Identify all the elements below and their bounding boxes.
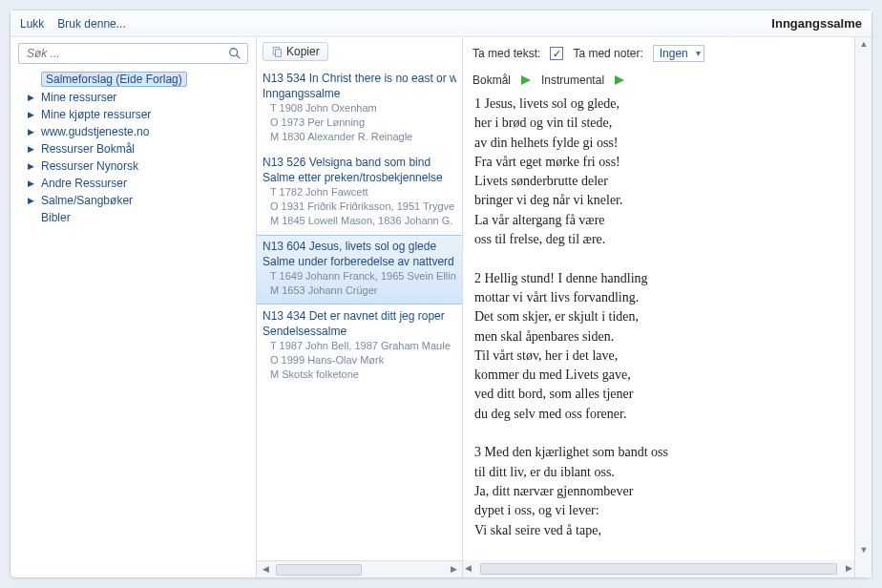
preview-panel: Ta med tekst: ✓ Ta med noter: Ingen Bokm…	[463, 37, 872, 578]
copy-label: Kopier	[286, 45, 320, 58]
tree-item-bibler[interactable]: Bibler	[24, 209, 248, 226]
tree-item[interactable]: ▶www.gudstjeneste.no	[24, 123, 248, 140]
song-meta: M 1845 Lowell Mason, 1836 Johann G. Näge	[262, 214, 456, 228]
scroll-thumb[interactable]	[276, 564, 362, 576]
scroll-right-icon[interactable]: ▶	[846, 563, 852, 573]
song-list[interactable]: N13 534 In Christ there is no east or wI…	[257, 67, 462, 560]
song-meta: M 1830 Alexander R. Reinagle	[262, 130, 456, 144]
with-notes-label: Ta med noter:	[573, 47, 642, 60]
play-instrumental-icon[interactable]	[614, 74, 625, 86]
song-category: Salme under forberedelse av nattverd	[262, 254, 456, 269]
tree-item-label: Andre Ressurser	[41, 177, 127, 190]
tree-item-label: Salmeforslag (Eide Forlag)	[41, 72, 187, 87]
expand-icon[interactable]: ▶	[28, 178, 37, 188]
scroll-up-icon[interactable]: ▲	[858, 39, 870, 52]
notes-dropdown[interactable]: Ingen	[653, 45, 704, 62]
tree-item-label: Ressurser Bokmål	[41, 142, 135, 156]
tree-item[interactable]: ▶Mine kjøpte ressurser	[24, 106, 248, 123]
song-list-panel: Kopier N13 534 In Christ there is no eas…	[257, 37, 463, 578]
tree-item[interactable]: ▶Ressurser Bokmål	[24, 140, 248, 158]
song-list-hscroll[interactable]: ◀ ▶	[257, 560, 462, 578]
tree-item[interactable]: ▶Ressurser Nynorsk	[24, 158, 248, 175]
expand-icon[interactable]: ▶	[28, 161, 37, 171]
menu-use-this[interactable]: Bruk denne...	[57, 17, 125, 31]
expand-icon[interactable]: ▶	[28, 196, 37, 205]
song-category: Salme etter preken/trosbekjennelse	[262, 170, 456, 185]
search-input[interactable]	[25, 46, 228, 61]
preview-vscroll[interactable]: ▲ ▼	[854, 37, 872, 578]
song-meta: O 1999 Hans-Olav Mørk	[262, 353, 456, 368]
play-bokmal-icon[interactable]	[520, 74, 532, 86]
song-title: N13 434 Det er navnet ditt jeg roper	[262, 308, 456, 324]
tree-item-label: www.gudstjeneste.no	[41, 125, 149, 138]
tree-item-label: Mine ressurser	[41, 91, 116, 104]
song-item[interactable]: N13 434 Det er navnet ditt jeg roperSend…	[257, 304, 462, 388]
with-text-checkbox[interactable]: ✓	[550, 47, 563, 60]
song-meta: O 1973 Per Lønning	[262, 116, 456, 130]
expand-icon[interactable]: ▶	[28, 144, 37, 154]
svg-point-0	[230, 49, 238, 56]
song-meta: T 1908 John Oxenham	[262, 101, 456, 116]
tree-item-label: Bibler	[41, 211, 71, 224]
song-title: N13 604 Jesus, livets sol og glede	[262, 239, 456, 254]
tree-item-label: Mine kjøpte ressurser	[41, 108, 151, 121]
svg-marker-5	[615, 75, 624, 85]
song-list-toolbar: Kopier	[257, 37, 462, 67]
song-title: N13 526 Velsigna band som bind	[262, 155, 456, 170]
song-item[interactable]: N13 534 In Christ there is no east or wI…	[257, 67, 462, 151]
tree-item-selected[interactable]: Salmeforslag (Eide Forlag)	[24, 70, 248, 89]
resource-tree: Salmeforslag (Eide Forlag) ▶Mine ressurs…	[18, 70, 248, 226]
song-title: N13 534 In Christ there is no east or w	[262, 71, 456, 86]
sidebar: Salmeforslag (Eide Forlag) ▶Mine ressurs…	[10, 37, 257, 578]
copy-icon	[271, 46, 283, 57]
tree-item-label: Ressurser Nynorsk	[41, 159, 138, 173]
song-meta: T 1782 John Fawcett	[262, 185, 456, 200]
expand-icon[interactable]: ▶	[28, 93, 37, 102]
song-item[interactable]: N13 526 Velsigna band som bindSalme ette…	[257, 151, 462, 235]
copy-button[interactable]: Kopier	[262, 42, 328, 61]
song-meta: M Skotsk folketone	[262, 368, 456, 382]
expand-icon[interactable]: ▶	[28, 127, 37, 136]
expand-icon[interactable]: ▶	[28, 110, 37, 119]
svg-line-1	[237, 55, 241, 59]
bokmal-label: Bokmål	[472, 74, 511, 87]
app-window: Lukk Bruk denne... Inngangssalme Salmefo…	[10, 10, 872, 578]
lyrics-text: 1 Jesus, livets sol og glede, her i brød…	[472, 94, 850, 570]
page-title: Inngangssalme	[771, 16, 862, 31]
preview-hscroll[interactable]: ◀ ▶	[463, 560, 854, 578]
song-category: Inngangssalme	[262, 86, 456, 101]
svg-rect-3	[276, 50, 282, 57]
tree-item-label: Salme/Sangbøker	[41, 194, 133, 207]
song-meta: O 1931 Friðrik Friðriksson, 1951 Trygve …	[262, 200, 456, 214]
preview-panel-wrap: Ta med tekst: ✓ Ta med noter: Ingen Bokm…	[463, 37, 872, 578]
menu-close[interactable]: Lukk	[20, 17, 44, 31]
svg-marker-4	[521, 75, 531, 85]
song-item[interactable]: N13 604 Jesus, livets sol og gledeSalme …	[257, 235, 462, 304]
scroll-left-icon[interactable]: ◀	[259, 564, 272, 576]
scroll-right-icon[interactable]: ▶	[447, 564, 460, 576]
song-category: Sendelsessalme	[262, 324, 456, 339]
instrumental-label: Instrumental	[541, 74, 604, 87]
titlebar: Lukk Bruk denne... Inngangssalme	[10, 10, 872, 37]
search-icon[interactable]	[228, 47, 242, 60]
scroll-thumb[interactable]	[480, 563, 837, 575]
song-meta: T 1649 Johann Franck, 1965 Svein Ellings…	[262, 269, 456, 284]
tree-item[interactable]: ▶Salme/Sangbøker	[24, 192, 248, 209]
body: Salmeforslag (Eide Forlag) ▶Mine ressurs…	[10, 37, 872, 578]
song-meta: T 1987 John Bell, 1987 Graham Maule	[262, 339, 456, 353]
scroll-down-icon[interactable]: ▼	[858, 545, 870, 558]
with-text-label: Ta med tekst:	[472, 47, 540, 60]
preview-options: Ta med tekst: ✓ Ta med noter: Ingen Bokm…	[472, 45, 850, 87]
tree-item[interactable]: ▶Andre Ressurser	[24, 175, 248, 192]
song-meta: M 1653 Johann Crüger	[262, 284, 456, 298]
preview-content: Ta med tekst: ✓ Ta med noter: Ingen Bokm…	[463, 37, 854, 578]
tree-item[interactable]: ▶Mine ressurser	[24, 89, 248, 106]
scroll-left-icon[interactable]: ◀	[465, 563, 472, 573]
search-field-wrap	[18, 43, 248, 64]
